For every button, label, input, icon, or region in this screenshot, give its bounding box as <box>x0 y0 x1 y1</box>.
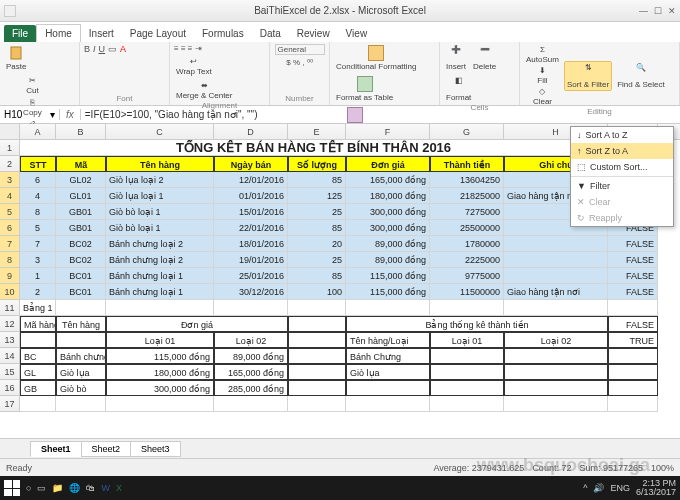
cell[interactable]: BC01 <box>56 268 106 284</box>
cell[interactable]: 125 <box>288 188 346 204</box>
cell[interactable]: Giò lụa <box>56 364 106 380</box>
format-as-table-button[interactable]: Format as Table <box>334 75 395 103</box>
excel-icon[interactable]: X <box>116 483 122 493</box>
clear-button[interactable]: ◇ Clear <box>524 86 561 107</box>
minimize-icon[interactable]: — <box>639 6 648 16</box>
store-icon[interactable]: 🛍 <box>86 483 95 493</box>
tab-formulas[interactable]: Formulas <box>194 25 252 42</box>
cell[interactable]: 8 <box>20 204 56 220</box>
merge-button[interactable]: ⬌ Merge & Center <box>174 80 234 101</box>
cell[interactable]: Bảng 1 <box>20 300 56 316</box>
cell[interactable]: Bánh chưng <box>56 348 106 364</box>
row-header[interactable]: 5 <box>0 204 20 220</box>
file-explorer-icon[interactable]: 📁 <box>52 483 63 493</box>
cell[interactable]: Mã <box>56 156 106 172</box>
row-header[interactable]: 16 <box>0 380 20 396</box>
cell[interactable]: 115,000 đồng <box>106 348 214 364</box>
cell[interactable]: 4 <box>20 188 56 204</box>
col-header[interactable]: D <box>214 124 288 139</box>
cell[interactable]: Đơn giá <box>106 316 288 332</box>
cell[interactable] <box>214 300 288 316</box>
cell[interactable] <box>430 396 504 412</box>
cell[interactable]: Bảng thống kê thành tiền <box>346 316 608 332</box>
cell[interactable]: 300,000 đồng <box>346 220 430 236</box>
cell[interactable]: 85 <box>288 220 346 236</box>
tray-upload-icon[interactable]: ^ <box>583 483 587 493</box>
tab-page-layout[interactable]: Page Layout <box>122 25 194 42</box>
cell[interactable]: 7275000 <box>430 204 504 220</box>
cell[interactable]: Giò lụa loại 1 <box>106 188 214 204</box>
row-header[interactable]: 11 <box>0 300 20 316</box>
cell[interactable]: Bánh Chưng <box>346 348 430 364</box>
cell[interactable]: 89,000 đồng <box>214 348 288 364</box>
cell[interactable]: Ngày bán <box>214 156 288 172</box>
cell[interactable]: 11500000 <box>430 284 504 300</box>
cell[interactable]: Bánh chưng loại 1 <box>106 284 214 300</box>
word-icon[interactable]: W <box>101 483 110 493</box>
autosum-button[interactable]: Σ AutoSum <box>524 44 561 65</box>
row-header[interactable]: 4 <box>0 188 20 204</box>
row-header[interactable]: 2 <box>0 156 20 172</box>
row-header[interactable]: 3 <box>0 172 20 188</box>
cell[interactable]: 9775000 <box>430 268 504 284</box>
row-header[interactable]: 12 <box>0 316 20 332</box>
cell[interactable]: 12/01/2016 <box>214 172 288 188</box>
cell[interactable] <box>288 364 346 380</box>
cell[interactable] <box>20 332 56 348</box>
cell[interactable]: 180,000 đồng <box>106 364 214 380</box>
cell[interactable]: Mã hàng <box>20 316 56 332</box>
cell[interactable]: 25 <box>288 252 346 268</box>
col-header[interactable]: C <box>106 124 214 139</box>
fill-button[interactable]: ⬇ Fill <box>524 65 561 86</box>
maximize-icon[interactable]: ☐ <box>654 6 662 16</box>
cell[interactable]: Loại 01 <box>430 332 504 348</box>
cell[interactable]: 285,000 đồng <box>214 380 288 396</box>
cell[interactable] <box>430 348 504 364</box>
cell[interactable]: Giò bò loại 1 <box>106 220 214 236</box>
cell[interactable]: FALSE <box>608 268 658 284</box>
cell[interactable]: Giò lụa loại 2 <box>106 172 214 188</box>
cell[interactable] <box>346 300 430 316</box>
cell[interactable]: GB01 <box>56 220 106 236</box>
cell[interactable] <box>56 396 106 412</box>
select-all-corner[interactable] <box>0 124 20 139</box>
cell[interactable] <box>214 396 288 412</box>
cell[interactable]: 85 <box>288 172 346 188</box>
cell[interactable]: Số lượng <box>288 156 346 172</box>
cell[interactable]: 25 <box>288 204 346 220</box>
cell[interactable]: 2 <box>20 284 56 300</box>
cell[interactable] <box>288 380 346 396</box>
cell[interactable] <box>504 236 608 252</box>
tray-lang[interactable]: ENG <box>610 483 630 493</box>
cell[interactable] <box>608 348 658 364</box>
tab-review[interactable]: Review <box>289 25 338 42</box>
cell[interactable]: TRUE <box>608 332 658 348</box>
cell[interactable]: Loại 01 <box>106 332 214 348</box>
cell[interactable] <box>608 380 658 396</box>
row-header[interactable]: 8 <box>0 252 20 268</box>
cell[interactable]: 6 <box>20 172 56 188</box>
number-format-select[interactable]: General <box>275 44 325 55</box>
cell[interactable]: Đơn giá <box>346 156 430 172</box>
cell[interactable] <box>608 300 658 316</box>
cell[interactable]: Bánh chưng loại 2 <box>106 252 214 268</box>
cell[interactable] <box>504 252 608 268</box>
cell[interactable] <box>504 396 608 412</box>
cell[interactable]: TỔNG KẾT BÁN HÀNG TẾT BÍNH THÂN 2016 <box>20 140 608 156</box>
sort-filter-button[interactable]: ⇅Sort & Filter <box>564 61 612 91</box>
cell[interactable]: 22/01/2016 <box>214 220 288 236</box>
row-header[interactable]: 1 <box>0 140 20 156</box>
cell[interactable]: BC02 <box>56 252 106 268</box>
cell[interactable]: 115,000 đồng <box>346 284 430 300</box>
cell[interactable] <box>56 300 106 316</box>
cell[interactable] <box>20 396 56 412</box>
cell[interactable]: 30/12/2016 <box>214 284 288 300</box>
cell[interactable]: Tên hàng/Loại <box>346 332 430 348</box>
row-header[interactable]: 13 <box>0 332 20 348</box>
cell[interactable]: GL <box>20 364 56 380</box>
col-header[interactable]: A <box>20 124 56 139</box>
col-header[interactable]: F <box>346 124 430 139</box>
cell[interactable] <box>106 300 214 316</box>
cell[interactable] <box>288 316 346 332</box>
cell[interactable]: 115,000 đồng <box>346 268 430 284</box>
